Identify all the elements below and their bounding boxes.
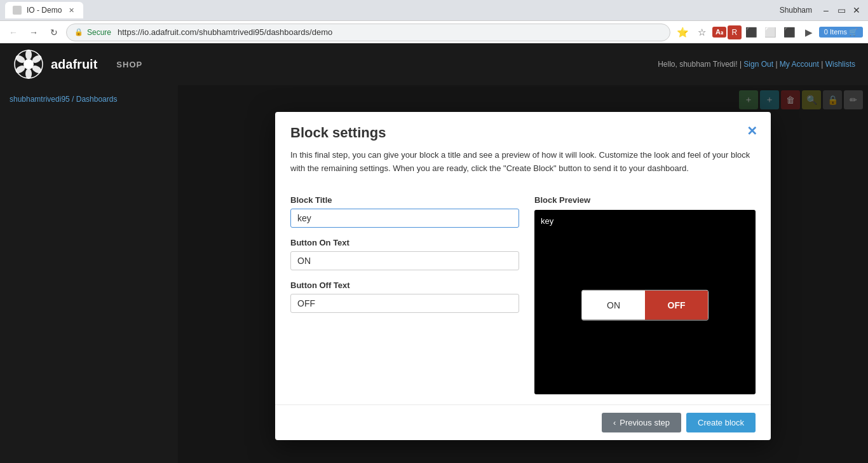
url-text: https://io.adafruit.com/shubhamtrivedi95… xyxy=(118,27,332,37)
ada-wordmark: adafruit xyxy=(51,57,97,72)
address-bar[interactable]: 🔒 Secure https://io.adafruit.com/shubham… xyxy=(66,24,670,41)
preview-box: key ON OFF xyxy=(534,210,756,394)
media-button[interactable]: ▶ xyxy=(800,24,818,41)
modal-preview: Block Preview key ON OFF xyxy=(534,195,756,394)
block-settings-modal: Block settings ✕ In this final step, you… xyxy=(275,112,771,441)
ext1-button[interactable]: R xyxy=(728,25,742,39)
breadcrumb-section: Dashboards xyxy=(76,95,118,104)
greeting-text: Hello, shubham Trivedi! xyxy=(658,60,737,69)
button-on-label: Button On Text xyxy=(290,238,519,247)
nav-bar: ← → ↻ 🔒 Secure https://io.adafruit.com/s… xyxy=(0,20,868,43)
toggle-off-button[interactable]: OFF xyxy=(645,291,708,320)
tab-favicon xyxy=(13,6,22,15)
my-account-link[interactable]: My Account xyxy=(780,60,819,69)
adafruit-ext-badge[interactable]: A₂ xyxy=(712,27,726,38)
shop-link[interactable]: SHOP xyxy=(116,60,142,69)
tab-close-button[interactable]: ✕ xyxy=(67,6,76,15)
secure-icon: 🔒 xyxy=(74,28,83,36)
svg-point-4 xyxy=(25,69,32,79)
sidebar: shubhamtrivedi95 / Dashboards xyxy=(0,85,178,463)
ada-header: adafruit SHOP Hello, shubham Trivedi! | … xyxy=(0,43,868,85)
prev-step-label: Previous step xyxy=(620,418,670,427)
adafruit-logo-icon xyxy=(13,48,44,80)
button-on-group: Button On Text xyxy=(290,238,519,270)
bookmark-button[interactable]: ☆ xyxy=(693,24,711,41)
svg-point-1 xyxy=(25,50,32,60)
block-title-input[interactable] xyxy=(290,209,519,228)
button-off-input[interactable] xyxy=(290,294,519,313)
button-off-group: Button Off Text xyxy=(290,280,519,313)
modal-close-button[interactable]: ✕ xyxy=(743,122,761,140)
nav-icons: ⭐ ☆ A₂ R ⬛ ⬜ ⬛ ▶ 0 Items 🛒 xyxy=(674,24,863,41)
ada-logo: adafruit SHOP xyxy=(13,48,142,80)
preview-label: Block Preview xyxy=(534,195,756,205)
button-on-input[interactable] xyxy=(290,251,519,270)
header-right: Hello, shubham Trivedi! | Sign Out | My … xyxy=(658,60,855,69)
close-window-button[interactable]: ✕ xyxy=(850,4,863,17)
cart-badge[interactable]: 0 Items 🛒 xyxy=(819,27,863,38)
browser-tab[interactable]: IO - Demo ✕ xyxy=(5,2,83,18)
breadcrumb: shubhamtrivedi95 / Dashboards xyxy=(10,95,168,104)
forward-button[interactable]: → xyxy=(25,24,42,41)
block-title-group: Block Title xyxy=(290,195,519,228)
wishlists-link[interactable]: Wishlists xyxy=(825,60,855,69)
modal-body: Block Title Button On Text Button Off Te… xyxy=(275,185,771,404)
minimize-button[interactable]: – xyxy=(820,4,832,17)
dashboard-area: ＋ ＋ 🗑 🔍 🔒 ✏ Block settings ✕ In this fin… xyxy=(178,85,868,463)
modal-form: Block Title Button On Text Button Off Te… xyxy=(290,195,519,394)
tab-area: IO - Demo ✕ xyxy=(5,2,780,18)
toggle-on-button[interactable]: ON xyxy=(582,291,645,320)
svg-point-7 xyxy=(24,59,34,69)
prev-chevron-icon: ‹ xyxy=(613,418,616,427)
breadcrumb-user[interactable]: shubhamtrivedi95 xyxy=(10,95,70,104)
tab-title: IO - Demo xyxy=(27,6,62,15)
modal-header: Block settings ✕ xyxy=(275,112,771,141)
extensions-button[interactable]: ⭐ xyxy=(674,24,692,41)
cart-label: 0 Items xyxy=(824,28,847,36)
button-off-label: Button Off Text xyxy=(290,280,519,290)
block-title-label: Block Title xyxy=(290,195,519,205)
maximize-button[interactable]: ▭ xyxy=(835,4,848,17)
ext4-button[interactable]: ⬛ xyxy=(781,24,799,41)
sign-out-link[interactable]: Sign Out xyxy=(743,60,773,69)
modal-footer: ‹ Previous step Create block xyxy=(275,404,771,440)
create-block-button[interactable]: Create block xyxy=(686,413,756,432)
window-user: Shubham xyxy=(780,6,812,15)
reload-button[interactable]: ↻ xyxy=(46,24,62,41)
modal-title: Block settings xyxy=(290,125,756,141)
ext3-button[interactable]: ⬜ xyxy=(762,24,780,41)
breadcrumb-separator: / xyxy=(72,95,76,104)
back-button[interactable]: ← xyxy=(5,24,22,41)
window-controls: Shubham – ▭ ✕ xyxy=(780,4,863,17)
main-content: shubhamtrivedi95 / Dashboards ＋ ＋ 🗑 🔍 🔒 … xyxy=(0,85,868,463)
secure-label: Secure xyxy=(87,28,111,37)
title-bar: IO - Demo ✕ Shubham – ▭ ✕ xyxy=(0,0,868,20)
preview-toggle: ON OFF xyxy=(581,290,709,321)
previous-step-button[interactable]: ‹ Previous step xyxy=(602,413,681,432)
ext2-button[interactable]: ⬛ xyxy=(743,24,761,41)
page-background: adafruit SHOP Hello, shubham Trivedi! | … xyxy=(0,43,868,463)
modal-overlay: Block settings ✕ In this final step, you… xyxy=(178,85,868,463)
modal-description: In this final step, you can give your bl… xyxy=(275,149,771,186)
preview-block-title: key xyxy=(541,216,749,226)
